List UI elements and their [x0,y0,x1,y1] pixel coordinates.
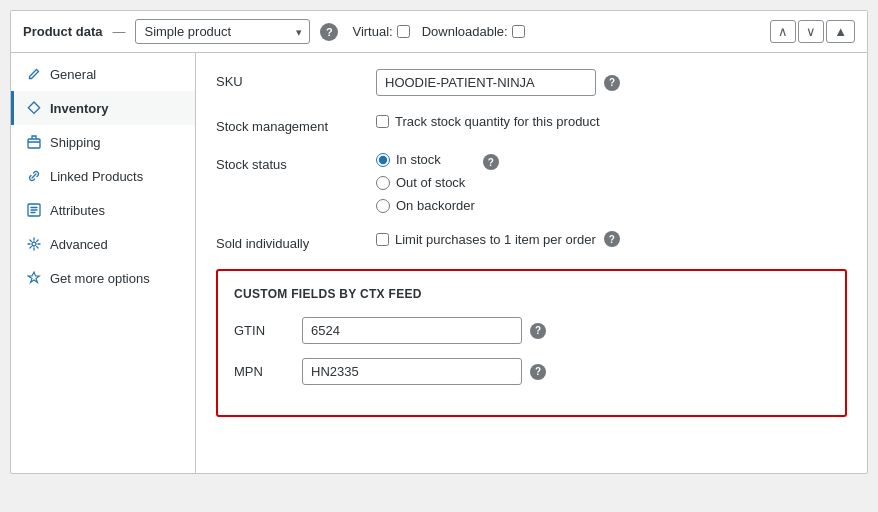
svg-point-3 [32,242,36,246]
stock-status-row: Stock status In stock Out of stock [216,152,847,213]
sold-individually-control-wrap: Limit purchases to 1 item per order ? [376,231,847,247]
gtin-row: GTIN ? [234,317,829,344]
product-type-select-wrapper[interactable]: Simple product Grouped product External/… [135,19,310,44]
panel-title: Product data [23,24,102,39]
sidebar-item-linked-products[interactable]: Linked Products [11,159,195,193]
stock-management-checkbox-text: Track stock quantity for this product [395,114,600,129]
mpn-help-icon[interactable]: ? [530,364,546,380]
product-type-selector[interactable]: Simple product Grouped product External/… [135,19,310,44]
star-icon [26,270,42,286]
diamond-icon [26,100,42,116]
downloadable-checkbox[interactable] [512,25,525,38]
gear-icon [26,236,42,252]
stock-management-checkbox-label[interactable]: Track stock quantity for this product [376,114,600,129]
gtin-input[interactable] [302,317,522,344]
collapse-button[interactable]: ▲ [826,20,855,43]
panel-header: Product data — Simple product Grouped pr… [11,11,867,53]
product-type-help-icon[interactable]: ? [320,23,338,41]
stock-status-outofstock-text: Out of stock [396,175,465,190]
virtual-download-options: Virtual: Downloadable: [352,24,524,39]
sidebar-item-advanced-label: Advanced [50,237,108,252]
pencil-icon [26,66,42,82]
sku-label: SKU [216,69,376,89]
mpn-row: MPN ? [234,358,829,385]
stock-status-instock-label[interactable]: In stock [376,152,475,167]
header-separator: — [112,24,125,39]
sidebar-item-inventory-label: Inventory [50,101,109,116]
sidebar-item-general-label: General [50,67,96,82]
sku-input[interactable] [376,69,596,96]
virtual-checkbox[interactable] [397,25,410,38]
stock-status-onbackorder-text: On backorder [396,198,475,213]
virtual-label: Virtual: [352,24,392,39]
nav-down-button[interactable]: ∨ [798,20,824,43]
sidebar: General Inventory Shipp [11,53,196,473]
package-icon [26,134,42,150]
svg-rect-1 [28,139,40,148]
mpn-label: MPN [234,364,294,379]
stock-status-outofstock-radio[interactable] [376,176,390,190]
product-type-select[interactable]: Simple product Grouped product External/… [135,19,310,44]
product-data-panel: Product data — Simple product Grouped pr… [10,10,868,474]
sold-individually-help-icon[interactable]: ? [604,231,620,247]
stock-status-help-icon[interactable]: ? [483,154,499,170]
sidebar-item-shipping-label: Shipping [50,135,101,150]
gtin-help-icon[interactable]: ? [530,323,546,339]
sidebar-item-attributes-label: Attributes [50,203,105,218]
stock-status-instock-text: In stock [396,152,441,167]
stock-management-row: Stock management Track stock quantity fo… [216,114,847,134]
stock-status-onbackorder-radio[interactable] [376,199,390,213]
sidebar-item-get-more-options[interactable]: Get more options [11,261,195,295]
sidebar-item-inventory[interactable]: Inventory [11,91,195,125]
stock-status-instock-radio[interactable] [376,153,390,167]
main-content: SKU ? Stock management Track stock quant… [196,53,867,473]
custom-fields-title: CUSTOM FIELDS by CTX Feed [234,287,829,301]
stock-status-onbackorder-label[interactable]: On backorder [376,198,475,213]
nav-up-button[interactable]: ∧ [770,20,796,43]
mpn-input[interactable] [302,358,522,385]
sidebar-item-advanced[interactable]: Advanced [11,227,195,261]
svg-rect-0 [28,102,39,113]
sidebar-item-get-more-options-label: Get more options [50,271,150,286]
panel-body: General Inventory Shipp [11,53,867,473]
downloadable-checkbox-label[interactable]: Downloadable: [422,24,525,39]
virtual-checkbox-label[interactable]: Virtual: [352,24,409,39]
sold-individually-checkbox-label[interactable]: Limit purchases to 1 item per order [376,232,596,247]
header-nav-buttons: ∧ ∨ ▲ [770,20,855,43]
sku-control-wrap: ? [376,69,847,96]
sidebar-item-attributes[interactable]: Attributes [11,193,195,227]
sold-individually-row: Sold individually Limit purchases to 1 i… [216,231,847,251]
sold-individually-checkbox-text: Limit purchases to 1 item per order [395,232,596,247]
stock-management-checkbox[interactable] [376,115,389,128]
sold-individually-checkbox[interactable] [376,233,389,246]
sidebar-item-shipping[interactable]: Shipping [11,125,195,159]
downloadable-label: Downloadable: [422,24,508,39]
stock-management-control-wrap: Track stock quantity for this product [376,114,847,129]
stock-management-label: Stock management [216,114,376,134]
gtin-label: GTIN [234,323,294,338]
sku-help-icon[interactable]: ? [604,75,620,91]
sidebar-item-general[interactable]: General [11,57,195,91]
custom-fields-section: CUSTOM FIELDS by CTX Feed GTIN ? MPN ? [216,269,847,417]
stock-status-label: Stock status [216,152,376,172]
sku-row: SKU ? [216,69,847,96]
list-icon [26,202,42,218]
sold-individually-label: Sold individually [216,231,376,251]
stock-status-radio-group: In stock Out of stock On backorder [376,152,475,213]
stock-status-outofstock-label[interactable]: Out of stock [376,175,475,190]
stock-status-control-wrap: In stock Out of stock On backorder ? [376,152,847,213]
sidebar-item-linked-products-label: Linked Products [50,169,143,184]
link-icon [26,168,42,184]
